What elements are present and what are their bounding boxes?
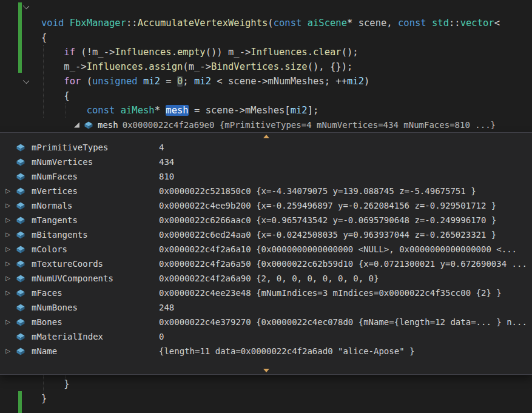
code-token: = [189, 105, 206, 116]
code-token: -> [200, 61, 211, 72]
code-line: } [41, 391, 532, 406]
datatip-member-row[interactable]: ▷mFaces0x0000022c4ee23e48 {mNumIndices=3… [0, 286, 532, 300]
fold-chevron-down-icon[interactable] [23, 78, 29, 84]
expander-collapsed-icon[interactable]: ▷ [4, 213, 12, 227]
struct-icon [16, 303, 25, 312]
code-token: < [211, 76, 228, 87]
expander-collapsed-icon[interactable]: ▷ [4, 184, 12, 198]
datatip-member-row[interactable]: mNumVertices434 [0, 155, 532, 169]
code-token: ]; [308, 105, 319, 116]
datatip-root-row[interactable]: mesh 0x0000022c4f2a69e0 {mPrimitiveTypes… [74, 118, 496, 132]
expander-expanded-icon[interactable] [74, 123, 79, 128]
member-value: 0x0000022c521850c0 {x=-4.34079075 y=139.… [159, 184, 476, 198]
code-token: aiMesh [121, 105, 155, 116]
code-token [138, 76, 143, 87]
code-token: :: [449, 18, 460, 29]
code-token [64, 18, 69, 29]
code-token: FbxManager [70, 18, 126, 29]
datatip-member-row[interactable]: ▷mColors0x0000022c4f2a6a10 {0x0000000000… [0, 242, 532, 257]
struct-icon [16, 230, 25, 240]
datatip-member-row[interactable]: ▷mNumUVComponents0x0000022c4f2a6a90 {2, … [0, 271, 532, 286]
change-tracking-bar [18, 2, 22, 73]
datatip-member-row[interactable]: mPrimitiveTypes4 [0, 140, 532, 155]
code-editor-bottom[interactable]: }} [41, 377, 532, 406]
member-name: mColors [32, 242, 67, 257]
code-token: Influences [251, 47, 307, 58]
struct-icon [16, 332, 25, 341]
expander-collapsed-icon[interactable]: ▷ [4, 242, 12, 257]
datatip-member-row[interactable]: ▷mBitangents0x0000022c6ed24aa0 {x=-0.024… [0, 227, 532, 242]
datatip-member-row[interactable]: mNumFaces810 [0, 169, 532, 184]
member-value: 0x0000022c4f2a6a90 {2, 0, 0, 0, 0, 0, 0,… [159, 271, 379, 286]
code-token: mNumMeshes [268, 76, 324, 87]
member-name: mNumBones [32, 300, 78, 315]
datatip-member-row[interactable]: mMaterialIndex0 [0, 329, 532, 344]
member-value: 0x0000022c4f2a6a50 {0x0000022c62b59d10 {… [159, 257, 527, 271]
datatip-member-row[interactable]: ▷mBones0x0000022c4e379270 {0x0000022c4ec… [0, 315, 532, 329]
code-token: ) [364, 76, 369, 87]
code-token: vector [460, 18, 494, 29]
code-token: = [160, 76, 177, 87]
visual-studio-editor: void FbxManager::AccumulateVertexWeights… [0, 0, 532, 413]
struct-icon [16, 317, 25, 327]
code-editor-top[interactable]: void FbxManager::AccumulateVertexWeights… [41, 16, 532, 118]
expander-collapsed-icon[interactable]: ▷ [4, 344, 12, 358]
code-token: const [87, 105, 115, 116]
code-token: mi2 [347, 76, 364, 87]
code-line: for (unsigned mi2 = 0; mi2 < scene->mNum… [41, 74, 532, 89]
member-value: 0x0000022c6ed24aa0 {x=-0.0242508035 y=0.… [159, 227, 496, 242]
scroll-down-icon[interactable] [263, 369, 269, 372]
selected-variable-token[interactable]: mesh [166, 105, 188, 116]
code-token: -> [234, 105, 245, 116]
fold-chevron-down-icon[interactable] [23, 4, 29, 10]
code-token: mMeshes [245, 105, 285, 116]
expander-collapsed-icon[interactable]: ▷ [4, 271, 12, 286]
code-token: * [347, 18, 359, 29]
code-token [426, 18, 432, 29]
member-value: 248 [159, 300, 174, 315]
code-token: mi2 [143, 76, 160, 87]
datatip-member-row[interactable]: ▷mVertices0x0000022c521850c0 {x=-4.34079… [0, 184, 532, 198]
struct-icon [16, 274, 25, 283]
code-token: scene [228, 76, 257, 87]
member-name: mTextureCoords [32, 257, 103, 271]
code-token: 0 [177, 76, 183, 87]
code-token: -> [75, 61, 87, 72]
expander-collapsed-icon[interactable]: ▷ [4, 315, 12, 329]
datatip-member-row[interactable]: mNumBones248 [0, 300, 532, 315]
member-value: 0x0000022c4f2a6a10 {0x0000000000000000 <… [159, 242, 517, 257]
expander-collapsed-icon[interactable]: ▷ [4, 198, 12, 213]
datatip-member-row[interactable]: ▷mNormals0x0000022c4ee9b200 {x=-0.259496… [0, 198, 532, 213]
datatip-member-row[interactable]: ▷mName{length=11 data=0x0000022c4f2a6ad0… [0, 344, 532, 358]
code-token: ; ++ [325, 76, 347, 87]
code-token: const [398, 18, 426, 29]
code-token: ( [268, 18, 273, 29]
scroll-up-icon[interactable] [263, 135, 269, 138]
struct-icon [16, 288, 25, 298]
code-token: ()) [206, 47, 228, 58]
code-token: scene [206, 105, 234, 116]
code-token: m_ [189, 61, 200, 72]
code-token: (), {}); [308, 61, 353, 72]
code-token [41, 105, 87, 116]
code-token: :: [126, 18, 138, 29]
datatip-variable-name: mesh [98, 118, 118, 132]
expander-collapsed-icon[interactable]: ▷ [4, 227, 12, 242]
struct-icon [16, 244, 25, 254]
code-token: . [308, 47, 313, 58]
code-line: void FbxManager::AccumulateVertexWeights… [41, 16, 532, 30]
code-token: for [64, 76, 81, 87]
code-token: [ [285, 105, 290, 116]
datatip-member-row[interactable]: ▷mTangents0x0000022c6266aac0 {x=0.965743… [0, 213, 532, 227]
code-token: ( [81, 76, 92, 87]
datatip-member-row[interactable]: ▷mTextureCoords0x0000022c4f2a6a50 {0x000… [0, 257, 532, 271]
change-tracking-bar [18, 391, 22, 413]
code-token: . [172, 47, 177, 58]
expander-collapsed-icon[interactable]: ▷ [4, 286, 12, 300]
code-line: { [41, 30, 532, 45]
code-line: m_->Influences.assign(m_->BindVertices.s… [41, 59, 532, 74]
code-token: m_ [228, 47, 240, 58]
code-token [41, 47, 64, 58]
expander-collapsed-icon[interactable]: ▷ [4, 257, 12, 271]
code-token: ( [183, 61, 188, 72]
